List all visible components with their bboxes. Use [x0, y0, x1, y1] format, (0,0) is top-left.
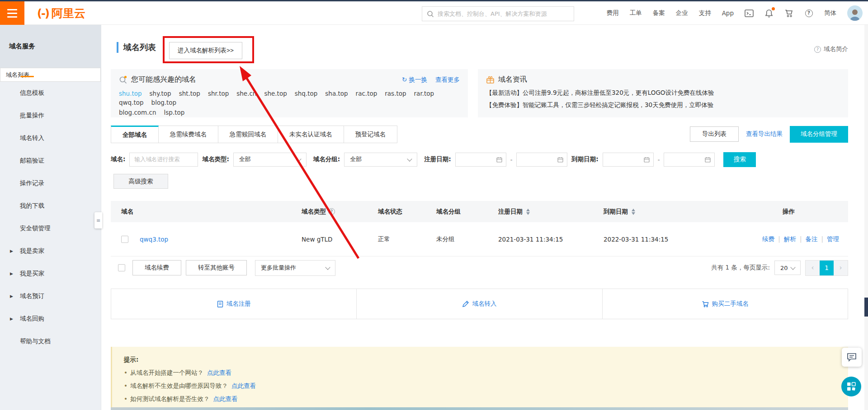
tab-redeem-soon[interactable]: 急需赎回域名	[218, 126, 278, 143]
help-icon[interactable]: ?	[804, 9, 813, 18]
type-filter-label: 域名类型:	[202, 155, 229, 163]
domain-group-select[interactable]: 全部	[344, 153, 417, 167]
sidebar-item-info-template[interactable]: 信息模板	[0, 82, 101, 104]
prev-page-button[interactable]: ‹	[806, 261, 820, 275]
tab-preregistered[interactable]: 预登记域名	[344, 126, 398, 143]
nav-billing[interactable]: 费用	[607, 9, 619, 17]
nav-enterprise[interactable]: 企业	[676, 9, 688, 17]
suggested-domain[interactable]: blog.top	[151, 99, 177, 106]
language-switch[interactable]: 简体	[824, 9, 836, 17]
shuffle-domains-link[interactable]: ↻ 换一换	[402, 76, 427, 84]
row-checkbox[interactable]	[121, 236, 128, 243]
news-title: 域名资讯	[498, 75, 527, 84]
buy-used-domain-link[interactable]: 购买二手域名	[602, 289, 848, 319]
sidebar-item-batch-ops[interactable]: 批量操作	[0, 104, 101, 127]
reg-date-end-input[interactable]	[516, 153, 567, 167]
news-line[interactable]: 【最新活动】公司注册9.9元起，商标注册低至320元，更有LOGO设计免费在线体…	[486, 87, 840, 98]
suggested-domain[interactable]: rac.top	[356, 90, 377, 97]
suggested-domain[interactable]: shy.top	[150, 90, 171, 97]
sidebar-item-security-lock[interactable]: 安全锁管理	[0, 217, 101, 240]
sidebar-item-domain-transfer-in[interactable]: 域名转入	[0, 127, 101, 149]
tab-actions: 导出列表 查看导出结果 域名分组管理	[690, 125, 848, 143]
sort-registered-icon[interactable]	[526, 209, 530, 215]
sidebar-item-my-downloads[interactable]: 我的下载	[0, 195, 101, 217]
suggested-domain[interactable]: shr.top	[208, 90, 229, 97]
feedback-chat-button[interactable]	[842, 348, 862, 367]
tip-link[interactable]: 点此查看	[207, 369, 231, 376]
suggested-domain[interactable]: rar.top	[414, 90, 434, 97]
type-help-icon[interactable]: ?	[328, 208, 335, 215]
nav-tickets[interactable]: 工单	[630, 9, 642, 17]
sidebar-collapse-handle[interactable]: ≡	[94, 212, 102, 228]
nav-app[interactable]: App	[722, 9, 734, 17]
remark-link[interactable]: 备注	[805, 235, 827, 243]
tip-link[interactable]: 点此查看	[231, 382, 256, 389]
view-more-link[interactable]: 查看更多	[435, 76, 460, 84]
domain-search-input[interactable]: 输入域名进行搜索	[129, 153, 198, 167]
advanced-search-button[interactable]: 高级搜索	[113, 174, 168, 189]
tab-renew-soon[interactable]: 急需续费域名	[159, 126, 218, 143]
current-page-button[interactable]: 1	[820, 261, 834, 275]
group-manage-button[interactable]: 域名分组管理	[790, 126, 848, 143]
sidebar-item-help-docs[interactable]: 帮助与文档	[0, 330, 101, 353]
renew-link[interactable]: 续费	[762, 235, 784, 243]
tip-link[interactable]: 点此查看	[213, 395, 237, 402]
table-header: 域名 域名类型? 域名状态 域名分组 注册日期 到期日期 操作	[111, 201, 848, 222]
aliyun-logo[interactable]: (-) 阿里云	[37, 6, 85, 21]
hamburger-menu-button[interactable]	[0, 1, 24, 25]
manage-link[interactable]: 管理	[827, 235, 839, 243]
enter-dns-list-button[interactable]: 进入域名解析列表>>	[169, 42, 242, 59]
suggested-domain[interactable]: shu.top	[119, 90, 142, 97]
page-scrollbar-track[interactable]	[864, 25, 868, 410]
select-all-checkbox[interactable]	[118, 264, 125, 271]
notifications-bell-icon[interactable]	[764, 9, 774, 18]
sidebar-item-domain-buyback[interactable]: ▶域名回购	[0, 308, 101, 330]
sidebar-item-buyer[interactable]: ▶我是买家	[0, 262, 101, 285]
page-scrollbar-thumb[interactable]	[864, 298, 868, 317]
exp-date-start-input[interactable]	[603, 153, 654, 167]
mini-app-qr-button[interactable]	[841, 377, 861, 396]
nav-icp[interactable]: 备案	[653, 9, 665, 17]
domain-link[interactable]: qwq3.top	[140, 236, 168, 243]
export-list-button[interactable]: 导出列表	[690, 126, 739, 142]
sort-expires-icon[interactable]	[632, 209, 635, 215]
domain-type-select[interactable]: 全部	[233, 153, 307, 167]
suggested-domain[interactable]: sha.top	[325, 90, 348, 97]
suggested-domain[interactable]: qwq.top	[119, 99, 144, 106]
suggested-domain[interactable]: blog.com.cn	[119, 109, 156, 116]
global-search-input[interactable]: 搜索文档、控制台、API、解决方案和资源	[422, 6, 574, 21]
more-batch-ops-select[interactable]: 更多批量操作	[255, 260, 335, 276]
batch-transfer-button[interactable]: 转至其他账号	[186, 260, 247, 275]
suggested-domain[interactable]: lsp.top	[164, 109, 185, 116]
cart-icon[interactable]	[784, 9, 793, 18]
sidebar-item-operation-log[interactable]: 操作记录	[0, 172, 101, 195]
tab-all-domains[interactable]: 全部域名	[111, 126, 159, 143]
tab-unverified[interactable]: 未实名认证域名	[278, 126, 344, 143]
cloudshell-icon[interactable]	[745, 9, 754, 18]
next-page-button[interactable]: ›	[834, 261, 848, 275]
user-avatar[interactable]	[847, 5, 863, 21]
resolve-link[interactable]: 解析	[784, 235, 806, 243]
domain-intro-link[interactable]: ? 域名简介	[814, 45, 848, 53]
exp-date-end-input[interactable]	[664, 153, 715, 167]
transfer-in-link[interactable]: 域名转入	[356, 289, 602, 319]
reg-date-start-input[interactable]	[455, 153, 506, 167]
register-domain-link[interactable]: 域名注册	[111, 289, 356, 319]
suggested-domain[interactable]: shq.top	[295, 90, 318, 97]
suggested-domain[interactable]: she.cn	[236, 90, 256, 97]
suggested-domain[interactable]: she.top	[264, 90, 287, 97]
sidebar-item-domain-list[interactable]: 域名列表	[0, 68, 101, 82]
col-status: 域名状态	[378, 208, 436, 216]
sidebar-item-domain-preorder[interactable]: ▶域名预订	[0, 285, 101, 308]
sidebar-item-seller[interactable]: ▶我是卖家	[0, 240, 101, 262]
suggested-domain[interactable]: sht.top	[179, 90, 200, 97]
page-size-select[interactable]: 20	[774, 261, 801, 275]
nav-support[interactable]: 支持	[699, 9, 711, 17]
expand-caret-icon: ▶	[10, 249, 13, 253]
news-line[interactable]: 【免费体验】智能记账工具，仅需三步轻松搞定记账报税，30天免费使用，立即体验	[486, 99, 840, 111]
batch-renew-button[interactable]: 域名续费	[132, 260, 181, 275]
suggested-domain[interactable]: ras.top	[385, 90, 406, 97]
export-result-link[interactable]: 查看导出结果	[746, 130, 783, 138]
sidebar-item-email-verify[interactable]: 邮箱验证	[0, 149, 101, 172]
search-button[interactable]: 搜索	[723, 152, 756, 167]
